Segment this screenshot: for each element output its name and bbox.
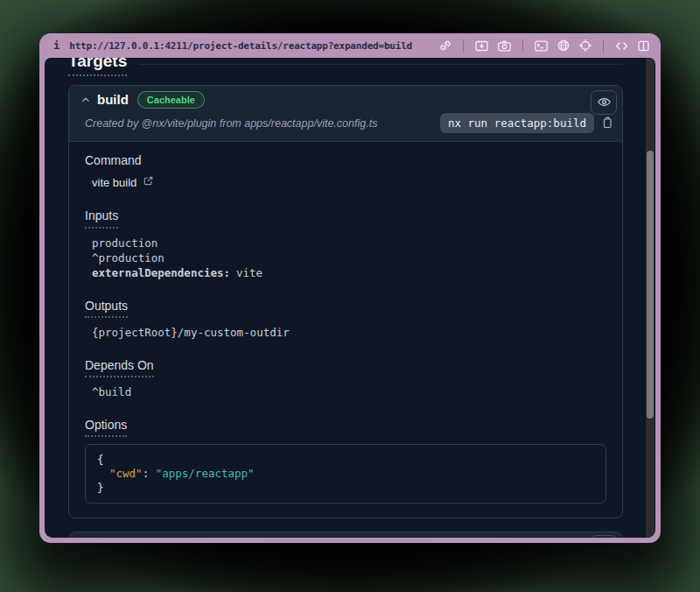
run-command-chip: nx run reactapp:build bbox=[440, 113, 594, 133]
toolbar-separator bbox=[522, 39, 523, 53]
copy-icon[interactable] bbox=[601, 116, 613, 130]
view-target-graph-button[interactable] bbox=[591, 90, 617, 115]
scrollbar-thumb[interactable] bbox=[647, 151, 654, 419]
build-subheader: Created by @nx/vite/plugin from apps/rea… bbox=[69, 110, 622, 141]
build-card-body: Command vite build Inpu bbox=[69, 142, 622, 518]
input-item: externalDependencies:vite bbox=[92, 265, 606, 280]
serve-card-header: serve vite serve bbox=[69, 532, 622, 538]
input-item: production bbox=[92, 236, 606, 250]
info-icon: i bbox=[53, 39, 60, 52]
code-icon[interactable] bbox=[614, 39, 629, 53]
browser-window: i http://127.0.0.1:4211/project-details/… bbox=[39, 33, 661, 543]
project-details-panel: Targets build Cacheable bbox=[45, 58, 645, 538]
output-item: {projectRoot}/my-custom-outdir bbox=[92, 325, 606, 340]
browser-toolbar: i http://127.0.0.1:4211/project-details/… bbox=[39, 33, 661, 58]
json-open-brace: { bbox=[97, 453, 594, 467]
inputs-label: Inputs bbox=[85, 208, 118, 228]
page-viewport: Targets build Cacheable bbox=[45, 58, 655, 538]
scrollbar-track[interactable] bbox=[646, 58, 654, 538]
options-section: Options { "cwd": "apps/reactapp" } bbox=[85, 417, 606, 504]
heading-rule bbox=[139, 64, 623, 65]
depends-on-label: Depends On bbox=[85, 357, 154, 377]
input-item: ^production bbox=[92, 250, 606, 265]
depends-on-section: Depends On ^build bbox=[85, 357, 606, 399]
crosshair-icon[interactable] bbox=[578, 39, 592, 53]
view-target-graph-button[interactable] bbox=[591, 535, 617, 538]
inputs-section: Inputs production ^production externalDe… bbox=[85, 208, 606, 279]
address-bar[interactable]: http://127.0.0.1:4211/project-details/re… bbox=[69, 40, 438, 52]
external-link-icon[interactable] bbox=[143, 175, 154, 190]
command-section: Command vite build bbox=[85, 152, 606, 190]
serve-target-row[interactable]: serve vite serve bbox=[69, 532, 622, 538]
toolbar-separator bbox=[603, 39, 604, 53]
options-label: Options bbox=[85, 417, 127, 437]
created-by-text: Created by @nx/vite/plugin from apps/rea… bbox=[85, 117, 377, 130]
dependency-item: ^build bbox=[92, 384, 606, 399]
target-card-serve: serve vite serve bbox=[68, 532, 623, 538]
json-close-brace: } bbox=[97, 481, 594, 495]
camera-icon[interactable] bbox=[497, 39, 512, 53]
split-panel-icon[interactable] bbox=[637, 39, 650, 53]
toolbar-separator bbox=[463, 39, 464, 53]
build-card-header: build Cacheable Created by @nx/vite/plug… bbox=[69, 86, 622, 142]
globe-icon[interactable] bbox=[556, 39, 570, 53]
targets-heading: Targets bbox=[68, 58, 127, 76]
toolbar-icon-group bbox=[438, 39, 650, 53]
cacheable-badge: Cacheable bbox=[137, 91, 205, 109]
target-name: build bbox=[97, 92, 129, 107]
terminal-icon[interactable] bbox=[534, 39, 549, 53]
command-value: vite build bbox=[92, 175, 136, 190]
command-label: Command bbox=[85, 152, 142, 168]
target-card-build: build Cacheable Created by @nx/vite/plug… bbox=[68, 85, 623, 518]
chevron-up-icon bbox=[80, 94, 92, 106]
outputs-section: Outputs {projectRoot}/my-custom-outdir bbox=[85, 298, 606, 340]
json-cwd-line: "cwd": "apps/reactapp" bbox=[97, 467, 594, 481]
outputs-label: Outputs bbox=[85, 298, 128, 318]
download-icon[interactable] bbox=[474, 39, 489, 53]
link-icon[interactable] bbox=[438, 39, 452, 53]
options-json-block: { "cwd": "apps/reactapp" } bbox=[85, 444, 606, 504]
build-target-row[interactable]: build Cacheable bbox=[69, 86, 622, 110]
